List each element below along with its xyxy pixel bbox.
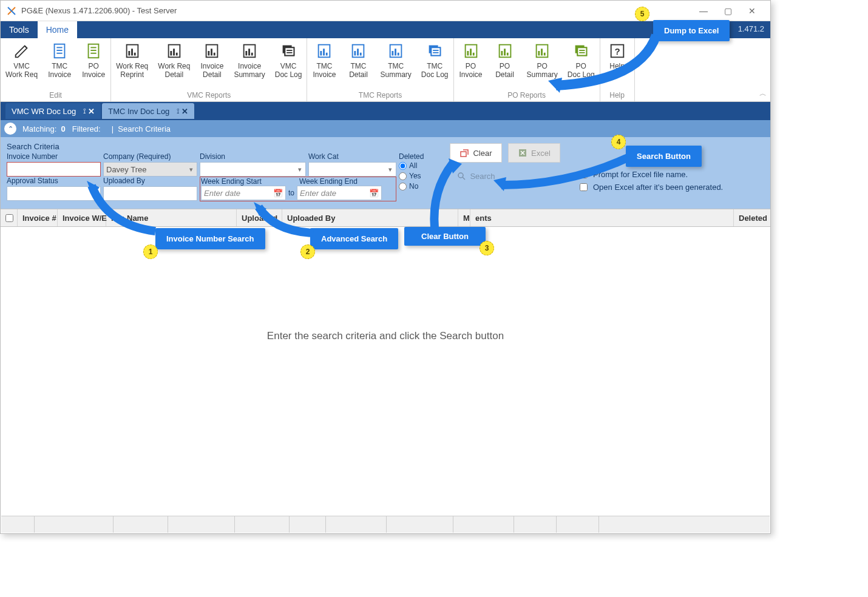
infobar: ⌃ Matching: 0 Filtered: | Search Criteri…	[1, 120, 770, 137]
week-start-input[interactable]: Enter date📅	[201, 186, 286, 200]
pin-icon[interactable]: ⟟	[83, 107, 86, 115]
radio-all-label: All	[409, 161, 417, 171]
svg-rect-13	[134, 53, 136, 56]
invoice-number-input[interactable]	[7, 162, 101, 177]
svg-rect-53	[472, 53, 474, 56]
svg-rect-12	[131, 49, 133, 55]
callout-invoice-search: Invoice Number Search 1	[155, 228, 265, 249]
doc-tabs: VMC WR Doc Log ⟟ ✕ TMC Inv Doc Log ⟟ ✕	[1, 102, 770, 120]
minimize-button[interactable]: —	[691, 6, 716, 16]
svg-rect-39	[360, 53, 362, 56]
svg-rect-57	[506, 53, 508, 56]
col-deleted[interactable]: Deleted	[734, 209, 770, 226]
ribbon-button-label: Work ReqReprint	[116, 62, 148, 79]
callout-search-button: Search Button 4	[626, 146, 702, 167]
ribbon-icon	[240, 42, 259, 60]
ribbon-button[interactable]: VMCDoc Log	[270, 38, 307, 90]
approval-select[interactable]	[7, 186, 101, 201]
col-checkbox[interactable]	[1, 209, 18, 226]
ribbon-icon	[315, 42, 333, 60]
division-select[interactable]	[200, 162, 306, 177]
tab-vmc-wr[interactable]: VMC WR Doc Log ⟟ ✕	[5, 103, 101, 119]
svg-rect-20	[211, 49, 213, 55]
radio-no[interactable]	[399, 183, 407, 191]
ribbon-button-label: VMCWork Req	[5, 62, 38, 79]
calendar-icon[interactable]: 📅	[369, 189, 379, 198]
ribbon-button[interactable]: TMCInvoice	[307, 38, 341, 90]
label-deleted: Deleted	[399, 152, 450, 161]
ribbon-button[interactable]: Work ReqDetail	[153, 38, 195, 90]
label-company: Company (Required)	[103, 152, 197, 161]
ribbon-button[interactable]: TMCSummary	[375, 38, 416, 90]
svg-rect-11	[128, 51, 130, 56]
search-label: Search	[470, 172, 495, 181]
svg-rect-19	[208, 51, 210, 56]
svg-rect-34	[324, 49, 325, 55]
clear-label: Clear	[473, 149, 492, 158]
ribbon-button[interactable]: InvoiceDetail	[195, 38, 229, 90]
callout-arrow-icon	[550, 32, 659, 90]
svg-rect-24	[248, 49, 250, 55]
col-invoice[interactable]: Invoice #	[18, 209, 58, 226]
select-all-checkbox[interactable]	[5, 214, 13, 222]
company-value: Davey Tree	[106, 165, 146, 174]
callout-advanced-search: Advanced Search 2	[310, 228, 398, 249]
callout-arrow-icon	[256, 204, 316, 237]
radio-yes-label: Yes	[409, 171, 421, 181]
ribbon-button-label: VMCDoc Log	[275, 62, 302, 79]
svg-rect-55	[501, 51, 503, 56]
svg-rect-21	[214, 53, 215, 56]
svg-rect-16	[173, 49, 175, 55]
maximize-button[interactable]: ▢	[716, 6, 740, 16]
ribbon-icon	[349, 42, 367, 60]
svg-rect-28	[285, 47, 294, 55]
close-icon[interactable]: ✕	[88, 107, 95, 116]
tab-tmc-inv[interactable]: TMC Inv Doc Log ⟟ ✕	[102, 103, 194, 119]
menu-home[interactable]: Home	[38, 21, 77, 38]
ribbon-button-label: Work ReqDetail	[158, 62, 190, 79]
ribbon-button[interactable]: POInvoice	[76, 38, 110, 90]
ribbon-button-label: TMCInvoice	[48, 62, 71, 79]
filtered-label: Filtered:	[72, 124, 101, 133]
ribbon-button[interactable]: VMCWork Req	[1, 38, 42, 90]
ribbon-button[interactable]: InvoiceSummary	[229, 38, 270, 90]
ribbon-icon	[279, 42, 297, 60]
window-title: PG&E (Nexus 1.471.2206.900) - Test Serve…	[21, 6, 691, 15]
radio-no-label: No	[409, 181, 418, 192]
pin-icon[interactable]: ⟟	[177, 107, 179, 115]
calendar-icon[interactable]: 📅	[273, 189, 283, 198]
close-icon[interactable]: ✕	[181, 107, 188, 116]
company-select[interactable]: Davey Tree	[103, 162, 197, 177]
callout-arrow-icon	[89, 183, 161, 237]
ribbon-button[interactable]: POInvoice	[454, 38, 488, 90]
callout-badge: 1	[143, 245, 158, 259]
ribbon-button[interactable]: Work ReqReprint	[111, 38, 153, 90]
menu-tools[interactable]: Tools	[1, 21, 38, 38]
svg-rect-43	[398, 53, 399, 56]
ribbon-button[interactable]: TMCDetail	[341, 38, 375, 90]
to-label: to	[288, 189, 294, 197]
ribbon-icon	[496, 42, 514, 60]
week-end-input[interactable]: Enter date📅	[297, 186, 382, 200]
week-ending-box: Week Ending Start Week Ending End Enter …	[200, 177, 396, 201]
ribbon-button-label: InvoiceDetail	[200, 62, 223, 79]
ribbon-collapse-icon[interactable]: ︿	[759, 89, 767, 99]
svg-rect-41	[392, 51, 394, 56]
label-approval: Approval Status	[7, 177, 101, 185]
radio-yes[interactable]	[399, 172, 407, 180]
ribbon-button-label: POInvoice	[459, 62, 483, 79]
ribbon-icon	[426, 42, 444, 60]
collapse-icon[interactable]: ⌃	[4, 123, 16, 135]
close-button[interactable]: ✕	[740, 6, 764, 16]
ribbon-button[interactable]: PODetail	[488, 38, 522, 90]
ribbon-icon	[533, 42, 551, 60]
label-invoice-number: Invoice Number	[7, 152, 101, 161]
ribbon-button[interactable]: TMCDoc Log	[416, 38, 453, 90]
ribbon-button[interactable]: TMCInvoice	[42, 38, 76, 90]
separator: |	[112, 124, 114, 133]
workcat-select[interactable]	[308, 162, 396, 177]
col-ents[interactable]: ents	[470, 209, 734, 226]
ribbon-icon	[462, 42, 480, 60]
callout-clear-button: Clear Button 3	[404, 227, 486, 246]
radio-all[interactable]	[399, 162, 407, 170]
